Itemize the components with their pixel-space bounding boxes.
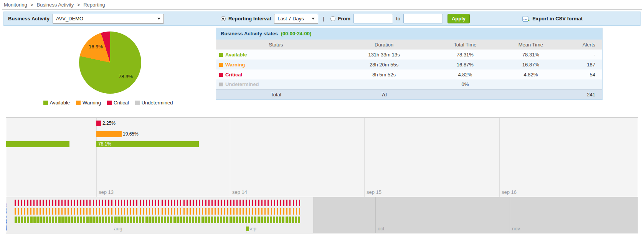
timeline-main-band[interactable]: sep 13 sep 14 sep 15 sep 16 2.25% 19.65%… [6, 118, 638, 197]
total-total-time [432, 89, 498, 99]
from-date-input[interactable] [353, 14, 393, 23]
date-separator [96, 118, 97, 197]
legend-item-warning: Warning [76, 100, 101, 106]
timeline-bar-warning-label: 19.65% [123, 131, 139, 137]
pie-warning-label: 16.9% [89, 44, 103, 50]
filter-toolbar: Business Activity AVV_DEMO Reporting Int… [3, 12, 641, 26]
overview-marker [246, 227, 249, 231]
legend-label: Undetermined [142, 100, 173, 106]
col-status: Status [216, 40, 336, 50]
critical-swatch [107, 101, 112, 105]
reporting-interval-select[interactable]: Last 7 Days [274, 14, 318, 24]
warning-swatch [76, 101, 81, 105]
total-time-value: 4.82% [432, 69, 498, 79]
col-mean-time: Mean Time [498, 40, 563, 50]
chevron-down-icon [157, 18, 160, 20]
duration-value: 8h 5m 52s [336, 69, 433, 79]
reporting-interval-radio[interactable] [221, 16, 226, 21]
date-label-sep13: sep 13 [99, 189, 114, 195]
status-label: Critical [225, 72, 242, 78]
states-table-title: Business Activity states (00:00-24:00) [216, 28, 602, 40]
tick-row-warning [15, 208, 301, 215]
timeline-bar-available-previous[interactable] [6, 141, 69, 147]
pie-available-label: 78.3% [119, 74, 133, 79]
timeline-overview-band[interactable]: aug sep oct nov Timeline © SIMILE [6, 197, 638, 233]
breadcrumb-reporting[interactable]: Reporting [83, 2, 105, 8]
date-separator [364, 118, 365, 197]
business-activity-selected-value: AVV_DEMO [56, 16, 83, 21]
warning-swatch [219, 63, 223, 67]
mean-time-value: 78.31% [498, 50, 563, 60]
timeline-bar-warning[interactable] [96, 131, 122, 137]
month-label-aug: aug [114, 226, 122, 231]
states-title-range: (00:00-24:00) [281, 31, 312, 36]
chevron-down-icon [312, 18, 315, 20]
total-duration: 7d [336, 89, 433, 99]
col-alerts: Alerts [563, 40, 602, 50]
mean-time-value [498, 79, 563, 89]
timeline-credit: Timeline © SIMILE [6, 203, 8, 232]
mean-time-value: 4.82% [498, 69, 563, 79]
available-swatch [219, 53, 223, 57]
to-label: to [396, 16, 400, 21]
timeline-bar-available-label: 78.1% [98, 141, 111, 147]
states-title-text: Business Activity states [221, 31, 278, 36]
breadcrumb: Monitoring > Business Activity > Reporti… [0, 0, 644, 9]
duration-value: 28h 20m 55s [336, 60, 433, 69]
states-panel: Business Activity states (00:00-24:00) S… [216, 28, 603, 100]
legend-label: Warning [83, 100, 101, 106]
export-csv-link[interactable]: csv Export in CSV format [522, 16, 583, 22]
summary-section: 16.9% 78.3% Available Warning Critical U [3, 28, 641, 115]
legend-item-critical: Critical [107, 100, 129, 106]
month-label-nov: nov [512, 226, 520, 231]
svg-text:csv: csv [523, 18, 528, 20]
csv-icon: csv [522, 16, 530, 22]
total-time-value: 78.31% [432, 50, 498, 60]
table-row-warning: Warning 28h 20m 55s 16.87% 16.87% 187 [216, 60, 602, 69]
legend-label: Available [50, 100, 70, 106]
breadcrumb-separator: > [77, 2, 80, 8]
alerts-value [563, 79, 602, 89]
month-label-sep: sep [248, 226, 256, 231]
table-row-undetermined: Undetermined 0% [216, 79, 602, 89]
apply-button[interactable]: Apply [447, 14, 470, 23]
legend-item-available: Available [43, 100, 70, 106]
tick-row-critical [15, 200, 301, 206]
status-label: Undetermined [225, 81, 259, 87]
timeline-bar-critical-label: 2.25% [102, 121, 116, 126]
pie-chart [79, 31, 141, 94]
breadcrumb-business-activity[interactable]: Business Activity [37, 2, 74, 8]
breadcrumb-monitoring[interactable]: Monitoring [4, 2, 27, 8]
col-duration: Duration [336, 40, 433, 50]
table-row-critical: Critical 8h 5m 52s 4.82% 4.82% 54 [216, 69, 602, 79]
states-table: Status Duration Total Time Mean Time Ale… [216, 40, 602, 99]
date-label-sep14: sep 14 [232, 189, 247, 195]
reporting-page: Business Activity AVV_DEMO Reporting Int… [2, 9, 642, 244]
status-label: Warning [225, 62, 245, 68]
total-time-value: 0% [432, 79, 498, 89]
timeline-bar-available[interactable] [96, 141, 199, 147]
duration-value [336, 79, 433, 89]
alerts-value: - [563, 50, 602, 60]
custom-period-radio[interactable] [330, 16, 335, 21]
month-label-oct: oct [378, 226, 384, 231]
total-label: Total [216, 89, 336, 99]
overview-ticks [15, 200, 301, 225]
states-header-row: Status Duration Total Time Mean Time Ale… [216, 40, 602, 50]
duration-value: 131h 33m 13s [336, 50, 433, 60]
timeline-bar-critical[interactable] [96, 121, 101, 126]
business-activity-select[interactable]: AVV_DEMO [53, 14, 164, 24]
legend-item-undetermined: Undetermined [135, 100, 173, 106]
to-date-input[interactable] [403, 14, 443, 23]
legend-label: Critical [114, 100, 129, 106]
total-mean-time [498, 89, 563, 99]
col-total-time: Total Time [432, 40, 498, 50]
reporting-interval-selected-value: Last 7 Days [277, 16, 304, 21]
reporting-interval-label: Reporting Interval [228, 16, 271, 21]
critical-swatch [219, 73, 223, 77]
month-separator [510, 197, 510, 233]
date-label-sep16: sep 16 [502, 189, 517, 195]
total-alerts: 241 [563, 89, 602, 99]
mean-time-value: 16.87% [498, 60, 563, 69]
table-row-available: Available 131h 33m 13s 78.31% 78.31% - [216, 50, 602, 60]
